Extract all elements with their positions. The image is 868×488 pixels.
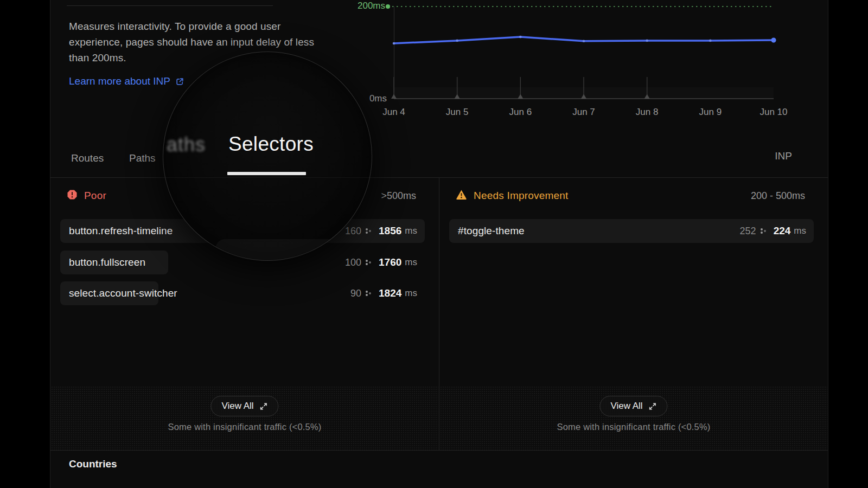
- selector-label: button.refresh-timeline: [69, 225, 173, 237]
- sample-count: 100: [345, 257, 361, 268]
- samples-dots-icon: [365, 228, 372, 234]
- insignificant-traffic-note: Some with insignificant traffic (<0.5%): [439, 422, 828, 432]
- x-axis-label: Jun 10: [760, 107, 787, 118]
- selector-label: select.account-switcher: [69, 287, 177, 299]
- view-all-label: View All: [610, 401, 642, 412]
- view-all-button[interactable]: View All: [599, 396, 667, 416]
- needs-improvement-panel: Needs Improvement 200 - 500ms #toggle-th…: [439, 178, 828, 450]
- countries-heading: Countries: [69, 458, 117, 470]
- inp-line-chart: 200ms 0ms: [394, 6, 774, 99]
- inp-unit: ms: [405, 226, 417, 236]
- lens-paths-fragment: aths: [167, 133, 206, 156]
- selector-label: button.fullscreen: [69, 256, 145, 268]
- chart-svg: [394, 6, 774, 99]
- external-link-icon: [175, 76, 185, 87]
- samples-dots-icon: [365, 290, 372, 297]
- tab-routes[interactable]: Routes: [70, 150, 105, 166]
- content-container: Measures interactivity. To provide a goo…: [50, 0, 828, 488]
- inp-breakdown-panels: Poor >500ms button.refresh-timeline 160: [50, 178, 828, 450]
- learn-more-link[interactable]: Learn more about INP: [69, 75, 185, 87]
- learn-more-label: Learn more about INP: [69, 75, 170, 87]
- lens-selectors-tab: Selectors: [228, 133, 314, 156]
- sample-count: 160: [345, 226, 361, 237]
- samples-dots-icon: [760, 228, 767, 234]
- lens-active-tab-underline: [227, 172, 306, 175]
- inp-value: 1824: [379, 287, 401, 299]
- inp-unit: ms: [794, 226, 806, 236]
- inp-value: 1760: [379, 256, 401, 268]
- metric-badge: INP: [775, 150, 792, 162]
- expand-icon: [260, 402, 268, 410]
- x-axis-label: Jun 4: [382, 107, 405, 118]
- y-axis-label-0ms: 0ms: [369, 93, 387, 104]
- inp-value: 224: [774, 225, 791, 237]
- x-axis-label: Jun 7: [572, 107, 595, 118]
- view-all-label: View All: [221, 401, 253, 412]
- samples-dots-icon: [365, 259, 372, 266]
- inp-unit: ms: [405, 257, 417, 268]
- insignificant-traffic-note: Some with insignificant traffic (<0.5%): [50, 422, 439, 432]
- speed-insights-page: Measures interactivity. To provide a goo…: [0, 0, 868, 488]
- view-all-button[interactable]: View All: [210, 396, 278, 416]
- lens-tabbar-divider: [163, 177, 372, 178]
- expand-icon: [649, 402, 657, 410]
- x-axis-label: Jun 6: [509, 107, 532, 118]
- x-axis-label: Jun 8: [636, 107, 659, 118]
- sample-count: 252: [740, 226, 756, 237]
- x-axis-labels: Jun 4Jun 5Jun 6Jun 7Jun 8Jun 9Jun 10: [394, 107, 774, 120]
- table-row[interactable]: select.account-switcher 90 1824 ms: [60, 281, 425, 305]
- inp-value: 1856: [379, 225, 401, 237]
- threshold-dot-icon: [386, 4, 390, 9]
- top-divider: [67, 5, 273, 6]
- inp-unit: ms: [405, 288, 417, 299]
- countries-section: Countries: [50, 450, 828, 488]
- sample-count: 90: [350, 288, 361, 299]
- magnifier-lens: aths Selectors: [163, 52, 372, 261]
- table-row[interactable]: #toggle-theme 252 224 ms: [449, 219, 814, 243]
- x-axis-label: Jun 5: [446, 107, 469, 118]
- y-axis-label-200ms: 200ms: [358, 1, 385, 11]
- tab-paths[interactable]: Paths: [128, 150, 157, 166]
- x-axis-label: Jun 9: [699, 107, 722, 118]
- selector-label: #toggle-theme: [458, 225, 525, 237]
